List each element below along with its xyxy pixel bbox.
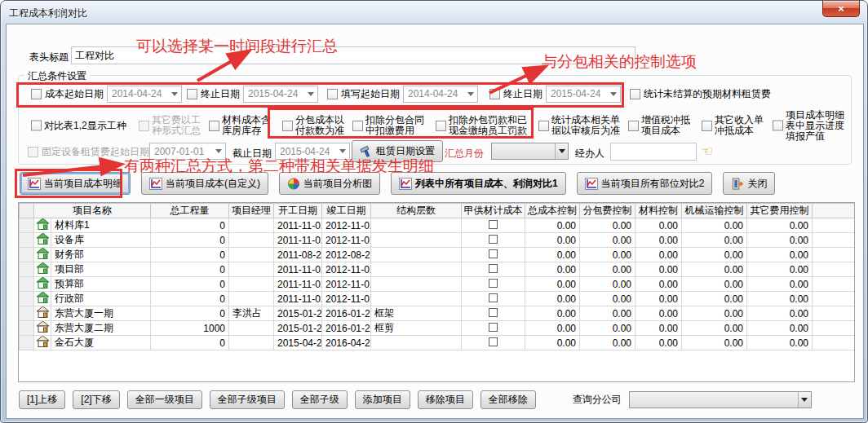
hand-pointer-icon: ☜ [701,143,713,160]
chart-icon [149,178,162,190]
control-value-cell: 0.00 [682,218,747,233]
checkbox[interactable] [489,323,498,332]
checkbox[interactable] [489,293,498,302]
close-button[interactable]: × [822,1,860,17]
footer-button[interactable]: [1]上移 [19,390,65,409]
date-dropdown[interactable]: 2014-04-24 [403,86,478,103]
chevron-down-icon [464,92,477,96]
footer-button[interactable]: 移除项目 [418,390,473,409]
option-checkbox-row: 对比表1,2显示工种其它费以工 种形式汇总材料成本含 库房库存分包成本以 付款数… [7,109,865,142]
control-value-cell: 0.00 [636,292,682,306]
footer-button[interactable]: 全部移除 [480,390,536,409]
checkbox[interactable] [489,89,500,99]
control-value-cell: 0.00 [682,336,747,350]
option-label: 对比表1,2显示工种 [44,121,126,131]
table-row[interactable]: 金石大厦02015-04-232016-04-220.000.000.000.0… [20,336,855,350]
branch-dropdown[interactable] [629,391,812,408]
row-selector[interactable] [20,218,34,233]
control-value-cell: 0.00 [580,277,636,292]
checkbox[interactable] [489,220,498,229]
checkbox[interactable] [489,235,498,244]
table-row[interactable]: 预算部02011-11-022012-11-010.000.000.000.00… [20,277,855,292]
project-name-cell: 东营大厦二期 [51,321,151,336]
owner-material-cell [462,248,525,262]
checkbox[interactable] [702,121,712,131]
option-label: 增值税冲抵 项目成本 [641,115,690,136]
checkbox[interactable] [31,121,42,131]
checkbox[interactable] [538,121,549,131]
checkbox[interactable] [352,121,363,131]
annotation-summary-modes: 有两种汇总方式，第二种带相关单据发生明细 [124,156,434,177]
grid-header-cell: 分包费控制 [580,204,636,218]
option-label: 材料成本含 库房库存 [222,115,271,136]
control-value-cell: 0.00 [636,233,682,248]
table-row[interactable]: 设备库02011-11-022012-11-010.000.000.000.00… [20,233,855,248]
start-date-cell: 2015-01-28 [274,321,322,336]
row-selector[interactable] [20,262,34,277]
control-value-cell: 0.00 [747,292,813,306]
checkbox[interactable] [282,121,293,131]
control-value-cell: 0.00 [682,262,747,277]
toolbar-button[interactable]: 关闭 [723,172,775,195]
date-dropdown[interactable]: 2015-04-24 [243,86,318,103]
footer-button[interactable]: 添加项目 [355,390,410,409]
table-row[interactable]: 财务部02011-08-272012-08-260.000.000.000.00… [20,248,855,262]
row-selector[interactable] [20,321,34,336]
row-selector[interactable] [20,233,34,248]
start-date-cell: 2011-11-02 [274,233,322,248]
checkbox[interactable] [209,121,219,131]
grid-header-cell: 机械运输控制 [682,204,747,218]
option-checkbox-item: 扣除分包合同 中扣缴费用 [352,115,424,136]
owner-material-cell [462,233,525,248]
date-dropdown[interactable]: 2014-04-24 [107,86,182,103]
checkbox[interactable] [489,279,498,288]
project-name-cell: 预算部 [51,277,151,292]
table-row[interactable]: 材料库102011-11-022012-11-010.000.000.000.0… [20,218,855,233]
checkbox[interactable] [489,249,498,258]
grid-header-cell: 其它费用控制 [747,204,813,218]
row-selector[interactable] [20,306,34,321]
checkbox[interactable] [187,89,197,99]
summary-month-dropdown[interactable] [491,143,569,160]
table-row[interactable]: 项目部02011-11-022012-11-010.000.000.000.00… [20,262,855,277]
chevron-down-icon [168,92,181,96]
filler-cell [813,336,855,350]
project-icon-cell [34,336,51,350]
footer-button[interactable]: 全部一级项目 [127,390,202,409]
chevron-down-icon [555,143,568,159]
project-manager-cell [229,262,274,277]
table-row[interactable]: 东营大厦一期0李洪占2015-01-242016-01-24框架0.000.00… [20,306,855,321]
checkbox[interactable] [489,308,498,317]
toolbar-button[interactable]: 当前项目所有部位对比2 [577,172,713,195]
client-area: 表头标题 汇总条件设置 成本起始日期2014-04-24终止日期2015-04-… [6,24,864,419]
project-manager-cell [229,292,274,306]
footer-button[interactable]: 全部子级 [292,390,348,409]
fixed-rent-checkbox[interactable] [28,147,38,157]
row-selector[interactable] [20,277,34,292]
project-name-cell: 东营大厦一期 [51,306,151,321]
footer-button[interactable]: [2]下移 [73,390,119,409]
checkbox[interactable] [628,121,639,131]
checkbox[interactable] [327,89,338,99]
row-selector[interactable] [20,292,34,306]
checkbox[interactable] [436,121,446,131]
checkbox[interactable] [489,264,498,273]
checkbox[interactable] [630,89,640,99]
toolbar-button[interactable]: 当前项目成本明细 [20,172,131,195]
grid-header-cell: 结构层数 [371,204,462,218]
footer-button[interactable]: 全部子级项目 [210,390,285,409]
checkbox[interactable] [31,89,42,99]
control-value-cell: 0.00 [580,218,636,233]
checkbox[interactable] [489,337,498,346]
start-date-cell: 2015-01-24 [274,306,322,321]
checkbox[interactable] [139,121,149,131]
option-label: 分包成本以 付款数为准 [295,115,344,136]
table-row[interactable]: 行政部02011-11-022012-11-010.000.000.000.00… [20,292,855,306]
date-dropdown[interactable]: 2015-04-24 [546,86,621,103]
row-selector[interactable] [20,336,34,350]
checkbox[interactable] [773,121,783,131]
operator-input[interactable] [610,143,697,161]
table-row[interactable]: 东营大厦二期10002015-01-282016-01-28框剪0.000.00… [20,321,855,336]
chart-icon [399,178,412,190]
row-selector[interactable] [20,248,34,262]
